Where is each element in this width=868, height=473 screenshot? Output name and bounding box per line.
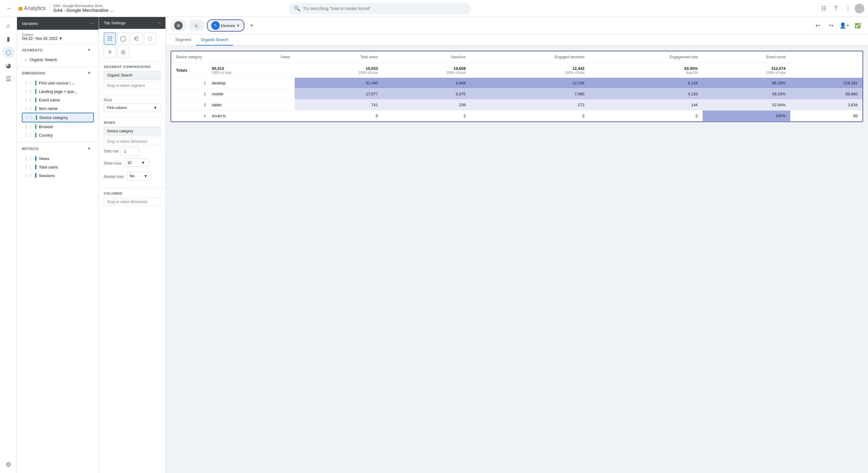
date-range-text: Oct 22 - Nov 20, 2022 — [22, 36, 57, 41]
back-button[interactable]: ← — [4, 3, 14, 14]
data-table: Device category Views Total users Sessio… — [171, 51, 863, 121]
save-button[interactable]: ✅ — [852, 20, 863, 31]
nav-reports-icon[interactable]: ▮ — [2, 33, 14, 45]
row-dimension-chip[interactable]: Device category — [104, 127, 160, 136]
dimension-label: Country — [39, 133, 53, 138]
row-event-count: 218,291 — [790, 78, 863, 89]
dimension-item-device-category[interactable]: ⋮⋮ Device category — [22, 113, 94, 122]
metric-item-sessions[interactable]: ⋮⋮ Sessions — [22, 171, 94, 180]
drag-handle-icon: ⋮⋮ — [24, 81, 33, 85]
row-engaged-sessions: 144 — [589, 99, 703, 111]
dimension-color-bar — [35, 89, 36, 94]
row-total-users: 239 — [383, 99, 470, 111]
tab-settings-collapse-button[interactable]: − — [158, 21, 160, 25]
row-total-users: 6,075 — [383, 89, 470, 99]
nav-explore-icon[interactable]: ◯ — [2, 46, 14, 58]
totals-label: Totals — [171, 63, 207, 78]
nav-settings-icon[interactable]: ⚙ — [2, 459, 14, 471]
row-engaged-sessions: 2 — [589, 111, 703, 121]
row-category: tablet — [207, 99, 295, 111]
date-range-selector[interactable]: Oct 22 - Nov 20, 2022 ▼ — [22, 36, 94, 41]
nav-configure-icon[interactable]: ☰ — [2, 73, 14, 85]
start-row-label: Start row — [104, 149, 118, 153]
viz-bar-icon[interactable]: ≡ — [104, 46, 116, 58]
dimension-color-bar — [35, 97, 36, 102]
avatar — [855, 4, 864, 13]
metrics-section: METRICS + ⋮⋮ Views ⋮⋮ Total users ⋮⋮ — [17, 143, 99, 183]
dimension-item-item-name[interactable]: ⋮⋮ Item name — [22, 104, 94, 113]
add-tab-button[interactable]: + — [247, 21, 256, 30]
col-header-engaged-sessions: Engaged sessions — [470, 51, 589, 63]
segments-title: SEGMENTS + — [22, 47, 94, 53]
show-rows-value: 10 — [127, 160, 131, 165]
share-button[interactable]: 👤+ — [839, 20, 850, 31]
show-rows-row: Show rows 10 ▼ — [104, 158, 160, 169]
main-toolbar: O L ✎ Devices ▼ + ↩ — [166, 17, 868, 34]
more-options-button[interactable]: ⋮ — [842, 3, 854, 14]
pivot-select[interactable]: First column ▼ — [104, 104, 160, 112]
undo-button[interactable]: ↩ — [812, 20, 823, 31]
nav-home-icon[interactable]: ⌂ — [2, 20, 14, 32]
row-dimension-placeholder-chip[interactable]: Drop or select dimension — [104, 137, 160, 146]
segment-tab-0[interactable]: Segment — [170, 34, 196, 46]
segment-item-organic-search[interactable]: Organic Search — [22, 56, 94, 64]
add-segment-button[interactable]: + — [88, 47, 94, 53]
rows-section: ROWS Device category Drop or select dime… — [99, 117, 165, 188]
dimension-item-browser[interactable]: ⋮⋮ Browser — [22, 122, 94, 131]
table-row: 3 tablet 741 239 272 144 52.94% 3,838 — [171, 99, 863, 111]
show-rows-select[interactable]: 10 ▼ — [124, 158, 148, 167]
table-row: 1 desktop 32,490 8,808 12,236 8,116 66.3… — [171, 78, 863, 89]
viz-globe-icon[interactable]: ◎ — [117, 46, 129, 58]
main-content: O L ✎ Devices ▼ + ↩ — [166, 17, 868, 473]
row-views: 5 — [295, 111, 382, 121]
variables-collapse-button[interactable]: − — [91, 21, 94, 26]
row-event-count: 89,860 — [790, 89, 863, 99]
metric-item-views[interactable]: ⋮⋮ Views — [22, 154, 94, 163]
segments-section: SEGMENTS + Organic Search — [17, 44, 99, 67]
segment-1-label: Organic Search — [107, 73, 132, 78]
segment-tab-1[interactable]: Organic Search — [196, 34, 233, 46]
drag-handle-icon: ⋮⋮ — [24, 165, 33, 169]
start-row-input[interactable] — [121, 148, 139, 156]
add-dimension-button[interactable]: + — [88, 70, 94, 76]
add-metric-button[interactable]: + — [88, 146, 94, 152]
dimension-item-country[interactable]: ⋮⋮ Country — [22, 131, 94, 139]
segment-1-chip[interactable]: Organic Search — [104, 71, 160, 80]
tab-l-button[interactable]: L — [189, 20, 205, 32]
dimension-color-bar — [35, 133, 36, 138]
dimension-label: Device category — [39, 115, 68, 120]
viz-donut-icon[interactable]: ◯ — [117, 32, 129, 45]
totals-engagement-rate: 63.45% Avg 0% — [589, 63, 703, 78]
metric-item-total-users[interactable]: ⋮⋮ Total users — [22, 163, 94, 171]
redo-button[interactable]: ↪ — [826, 20, 836, 31]
viz-scatter-icon[interactable]: □ — [144, 32, 156, 45]
viz-table-icon[interactable]: ☷ — [104, 32, 116, 45]
search-bar[interactable]: 🔍 — [289, 3, 471, 14]
search-input[interactable] — [303, 6, 466, 11]
dimension-item-landing-page[interactable]: ⋮⋮ Landing page + que... — [22, 87, 94, 96]
dimension-item-first-user-source[interactable]: ⋮⋮ First user source / ... — [22, 79, 94, 87]
drag-handle-icon: ⋮⋮ — [24, 89, 33, 94]
row-total-users: 8,808 — [383, 78, 470, 89]
dimension-label: First user source / ... — [39, 81, 75, 85]
dimension-color-bar — [36, 115, 37, 120]
tab-o-button[interactable]: O — [170, 20, 186, 32]
drag-handle-icon: ⋮⋮ — [24, 133, 33, 138]
columns-placeholder-chip[interactable]: Drop or select dimension — [104, 198, 160, 206]
table-row: 4 smart tv 5 2 2 2 100% 85 — [171, 111, 863, 121]
segment-comparisons-section: SEGMENT COMPARISONS Organic Search Drop … — [99, 62, 165, 95]
nav-advertising-icon[interactable]: ◕ — [2, 60, 14, 72]
help-button[interactable]: ? — [830, 3, 841, 14]
grid-view-button[interactable]: ☷ — [818, 3, 829, 14]
viz-line-icon[interactable]: ∈ — [130, 32, 143, 45]
drag-handle-icon: ⋮⋮ — [24, 124, 33, 129]
segment-2-chip[interactable]: Drop or select segment — [104, 81, 160, 90]
drag-handle-icon: ⋮⋮ — [24, 156, 33, 161]
dimension-item-event-name[interactable]: ⋮⋮ Event name — [22, 96, 94, 104]
nested-rows-select[interactable]: No ▼ — [127, 172, 151, 180]
dimension-color-bar — [35, 106, 36, 111]
start-row-row: Start row — [104, 148, 160, 156]
row-views: 741 — [295, 99, 382, 111]
date-range-chevron: ▼ — [59, 36, 62, 41]
devices-tab-button[interactable]: ✎ Devices ▼ — [207, 20, 244, 32]
